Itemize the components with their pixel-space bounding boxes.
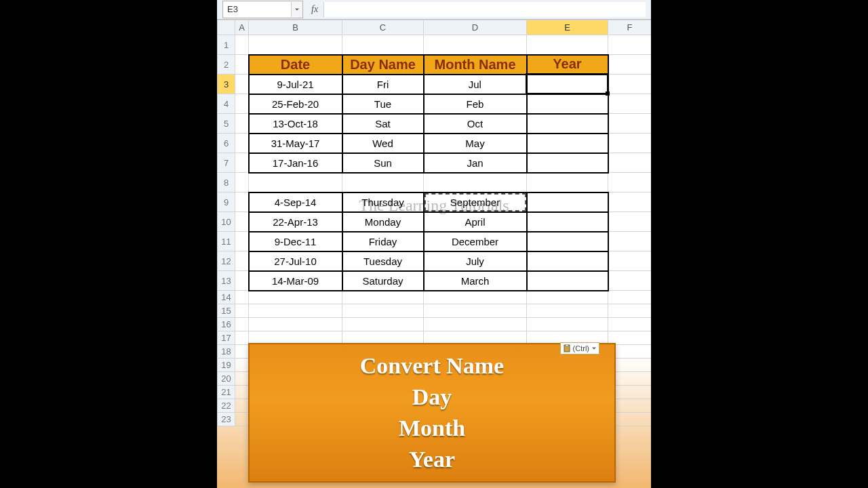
row-header-16[interactable]: 16 xyxy=(218,318,235,331)
cell-C2[interactable]: Day Name xyxy=(342,55,424,75)
row-header-19[interactable]: 19 xyxy=(218,359,235,372)
cell-B7[interactable]: 17-Jan-16 xyxy=(249,153,342,173)
cell-C1[interactable] xyxy=(342,35,424,55)
cell-C10[interactable]: Monday xyxy=(342,212,424,232)
row-header-15[interactable]: 15 xyxy=(218,304,235,318)
cell-B13[interactable]: 14-Mar-09 xyxy=(249,271,342,291)
cell-D14[interactable] xyxy=(424,291,527,304)
cell-A17[interactable] xyxy=(235,331,249,345)
cell-F1[interactable] xyxy=(608,35,652,55)
row-header-6[interactable]: 6 xyxy=(218,134,235,153)
cell-E3[interactable] xyxy=(527,75,608,94)
cell-F12[interactable] xyxy=(608,251,652,271)
cell-C4[interactable]: Tue xyxy=(342,94,424,114)
cell-A12[interactable] xyxy=(235,251,249,271)
col-header-B[interactable]: B xyxy=(249,20,342,35)
name-box-dropdown[interactable] xyxy=(291,2,302,17)
cell-A20[interactable] xyxy=(235,372,249,386)
cell-D12[interactable]: July xyxy=(424,251,527,271)
cell-C13[interactable]: Saturday xyxy=(342,271,424,291)
cell-C6[interactable]: Wed xyxy=(342,134,424,153)
cell-F13[interactable] xyxy=(608,271,652,291)
cell-C3[interactable]: Fri xyxy=(342,75,424,94)
row-header-17[interactable]: 17 xyxy=(218,331,235,345)
row-header-13[interactable]: 13 xyxy=(218,271,235,291)
cell-B9[interactable]: 4-Sep-14 xyxy=(249,192,342,212)
paste-options-dropdown[interactable] xyxy=(591,344,597,352)
cell-A7[interactable] xyxy=(235,153,249,173)
cell-B3[interactable]: 9-Jul-21 xyxy=(249,75,342,94)
row-header-9[interactable]: 9 xyxy=(218,192,235,212)
cell-D2[interactable]: Month Name xyxy=(424,55,527,75)
cell-F8[interactable] xyxy=(608,173,652,192)
row-header-5[interactable]: 5 xyxy=(218,114,235,134)
name-box[interactable]: E3 xyxy=(222,1,303,18)
cell-A13[interactable] xyxy=(235,271,249,291)
cell-D3[interactable]: Jul xyxy=(424,75,527,94)
row-header-18[interactable]: 18 xyxy=(218,345,235,359)
col-header-A[interactable]: A xyxy=(235,20,249,35)
cell-E10[interactable] xyxy=(527,212,608,232)
cell-B4[interactable]: 25-Feb-20 xyxy=(249,94,342,114)
cell-B11[interactable]: 9-Dec-11 xyxy=(249,232,342,251)
row-header-14[interactable]: 14 xyxy=(218,291,235,304)
cell-C15[interactable] xyxy=(342,304,424,318)
cell-C11[interactable]: Friday xyxy=(342,232,424,251)
cell-F14[interactable] xyxy=(608,291,652,304)
cell-B1[interactable] xyxy=(249,35,342,55)
cell-B14[interactable] xyxy=(249,291,342,304)
cell-A2[interactable] xyxy=(235,55,249,75)
cell-B6[interactable]: 31-May-17 xyxy=(249,134,342,153)
cell-B12[interactable]: 27-Jul-10 xyxy=(249,251,342,271)
cell-D8[interactable] xyxy=(424,173,527,192)
formula-input[interactable] xyxy=(323,2,646,17)
row-header-12[interactable]: 12 xyxy=(218,251,235,271)
cell-A23[interactable] xyxy=(235,413,249,426)
cell-B15[interactable] xyxy=(249,304,342,318)
cell-E9[interactable] xyxy=(527,192,608,212)
cell-A3[interactable] xyxy=(235,75,249,94)
insert-function-button[interactable]: fx xyxy=(309,4,321,15)
cell-B2[interactable]: Date xyxy=(249,55,342,75)
cell-E8[interactable] xyxy=(527,173,608,192)
cell-A8[interactable] xyxy=(235,173,249,192)
row-header-10[interactable]: 10 xyxy=(218,212,235,232)
cell-D5[interactable]: Oct xyxy=(424,114,527,134)
cell-B16[interactable] xyxy=(249,318,342,331)
cell-F16[interactable] xyxy=(608,318,652,331)
cell-C5[interactable]: Sat xyxy=(342,114,424,134)
cell-B8[interactable] xyxy=(249,173,342,192)
cell-A9[interactable] xyxy=(235,192,249,212)
cell-E6[interactable] xyxy=(527,134,608,153)
cell-A15[interactable] xyxy=(235,304,249,318)
cell-C8[interactable] xyxy=(342,173,424,192)
cell-A1[interactable] xyxy=(235,35,249,55)
cell-A18[interactable] xyxy=(235,345,249,359)
cell-F3[interactable] xyxy=(608,75,652,94)
row-header-7[interactable]: 7 xyxy=(218,153,235,173)
cell-C12[interactable]: Tuesday xyxy=(342,251,424,271)
cell-F6[interactable] xyxy=(608,134,652,153)
cell-B10[interactable]: 22-Apr-13 xyxy=(249,212,342,232)
cell-E14[interactable] xyxy=(527,291,608,304)
cell-F11[interactable] xyxy=(608,232,652,251)
cell-F10[interactable] xyxy=(608,212,652,232)
cell-E13[interactable] xyxy=(527,271,608,291)
row-header-22[interactable]: 22 xyxy=(218,399,235,413)
cell-A11[interactable] xyxy=(235,232,249,251)
cell-F7[interactable] xyxy=(608,153,652,173)
paste-options-tag[interactable]: (Ctrl) xyxy=(560,342,599,354)
cell-E2[interactable]: Year xyxy=(527,55,608,75)
cell-D4[interactable]: Feb xyxy=(424,94,527,114)
cell-F5[interactable] xyxy=(608,114,652,134)
col-header-F[interactable]: F xyxy=(608,20,652,35)
row-header-1[interactable]: 1 xyxy=(218,35,235,55)
col-header-D[interactable]: D xyxy=(424,20,527,35)
cell-F9[interactable] xyxy=(608,192,652,212)
cell-E15[interactable] xyxy=(527,304,608,318)
cell-A10[interactable] xyxy=(235,212,249,232)
cell-D10[interactable]: April xyxy=(424,212,527,232)
row-header-11[interactable]: 11 xyxy=(218,232,235,251)
cell-F4[interactable] xyxy=(608,94,652,114)
cell-A16[interactable] xyxy=(235,318,249,331)
